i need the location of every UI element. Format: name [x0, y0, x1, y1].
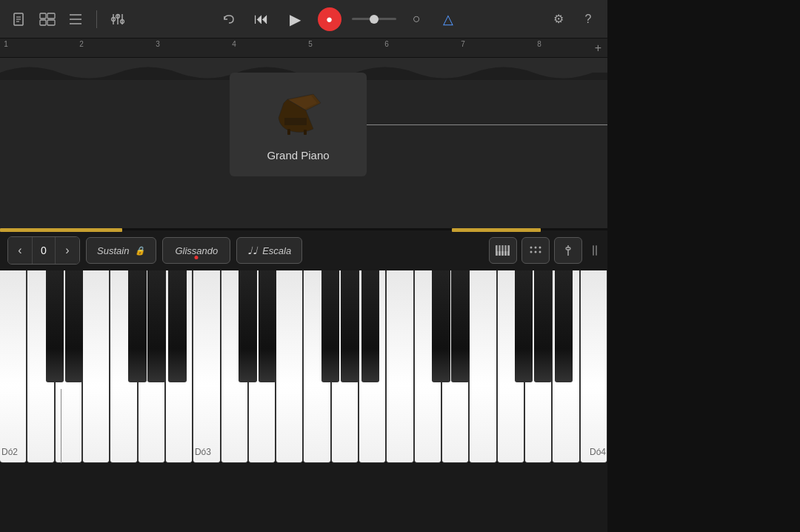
sustain-button[interactable]: Sustain 🔒: [86, 237, 156, 264]
sustain-label: Sustain: [97, 245, 129, 256]
grand-piano-label: Grand Piano: [267, 149, 329, 162]
help-icon[interactable]: ?: [578, 9, 599, 30]
svg-rect-7: [47, 20, 55, 25]
white-key-22[interactable]: [580, 270, 607, 463]
svg-point-33: [535, 251, 537, 253]
white-key-8[interactable]: [193, 270, 220, 463]
svg-point-34: [539, 251, 541, 253]
progress-left: [0, 228, 122, 232]
black-key-8[interactable]: [321, 270, 339, 382]
svg-point-29: [530, 247, 533, 249]
svg-rect-6: [40, 20, 46, 25]
keys-view-button[interactable]: [489, 237, 517, 264]
scroll-handle[interactable]: [590, 237, 600, 264]
grand-piano-block[interactable]: Grand Piano: [230, 73, 367, 176]
black-key-9[interactable]: [341, 270, 359, 382]
black-key-15[interactable]: [555, 270, 573, 382]
black-key-5[interactable]: [168, 270, 186, 382]
settings-view-button[interactable]: [554, 237, 582, 264]
ruler-label-2: 2: [79, 40, 84, 48]
track-area[interactable]: Grand Piano: [0, 58, 607, 228]
slider-thumb: [370, 15, 379, 24]
note-icon: ♩♩: [247, 245, 258, 256]
svg-rect-17: [287, 129, 290, 135]
right-icons-group: ⚙ ?: [548, 9, 599, 30]
svg-rect-37: [566, 247, 570, 250]
svg-point-32: [530, 251, 533, 253]
black-key-10[interactable]: [361, 270, 379, 382]
keyboard-controls-bar: ‹ 0 › Sustain 🔒 Glissando ♩♩ Escala: [0, 230, 607, 270]
svg-rect-27: [504, 245, 505, 251]
lock-icon: 🔒: [135, 246, 145, 256]
white-key-18[interactable]: [469, 270, 496, 463]
octave-prev-button[interactable]: ‹: [8, 237, 32, 264]
black-key-12[interactable]: [451, 270, 469, 382]
dots-view-button[interactable]: [521, 237, 550, 264]
grand-piano-image: [273, 88, 324, 143]
record-button[interactable]: ●: [318, 7, 341, 31]
white-key-11[interactable]: [276, 270, 303, 463]
mixer-icon[interactable]: [107, 9, 128, 30]
toolbar: ⏮ ▶ ● ○ △ ⚙ ?: [0, 0, 607, 39]
play-button[interactable]: ▶: [284, 7, 307, 31]
ruler-label-5: 5: [308, 40, 313, 48]
ruler-label-6: 6: [384, 40, 389, 48]
volume-icon[interactable]: ○: [407, 9, 427, 30]
black-key-6[interactable]: [239, 270, 256, 382]
octave-next-button[interactable]: ›: [56, 237, 79, 264]
black-key-11[interactable]: [432, 270, 450, 382]
view-toggle-icon[interactable]: [37, 9, 58, 30]
note-label-do4: Dó4: [590, 447, 606, 457]
svg-rect-28: [507, 245, 508, 251]
progress-right: [452, 228, 541, 232]
octave-navigation: ‹ 0 ›: [7, 236, 80, 265]
list-icon[interactable]: [65, 9, 86, 30]
transport-group: ⏮ ▶ ● ○ △: [136, 7, 541, 31]
ruler-label-7: 7: [461, 40, 465, 48]
black-key-1[interactable]: [46, 270, 64, 382]
glissando-dot: [195, 256, 199, 259]
white-key-1[interactable]: [0, 270, 27, 463]
timeline-line: [367, 124, 607, 125]
note-label-do2: Dó2: [1, 447, 18, 457]
black-key-3[interactable]: [128, 270, 146, 382]
ruler-label-1: 1: [4, 40, 8, 48]
undo-icon[interactable]: [219, 9, 239, 30]
svg-point-31: [539, 247, 541, 249]
black-key-7[interactable]: [259, 270, 276, 382]
app-container: ⏮ ▶ ● ○ △ ⚙ ? 1 2 3 4: [0, 0, 800, 532]
timeline-ruler[interactable]: 1 2 3 4 5 6 7 8 +: [0, 39, 607, 58]
white-key-15[interactable]: [386, 270, 413, 463]
svg-point-30: [535, 247, 537, 249]
main-column: ⏮ ▶ ● ○ △ ⚙ ? 1 2 3 4: [0, 0, 607, 532]
ruler-label-3: 3: [156, 40, 160, 48]
svg-rect-5: [47, 13, 55, 19]
toolbar-separator-1: [96, 10, 97, 28]
svg-rect-18: [304, 130, 307, 135]
svg-rect-26: [501, 245, 502, 251]
black-key-13[interactable]: [515, 270, 533, 382]
piano-cursor-line: [61, 389, 61, 463]
white-key-4[interactable]: [82, 270, 110, 463]
scala-button[interactable]: ♩♩ Escala: [236, 237, 302, 264]
ruler-content: 1 2 3 4 5 6 7 8: [0, 39, 607, 57]
glissando-label: Glissando: [175, 245, 218, 256]
controls-separator: [0, 228, 607, 230]
rewind-button[interactable]: ⏮: [250, 7, 273, 31]
piano-keyboard[interactable]: Dó2 Dó3 Dó4: [0, 270, 607, 463]
black-key-2[interactable]: [65, 270, 83, 382]
slider-track: [352, 18, 396, 20]
black-key-4[interactable]: [147, 270, 165, 382]
glissando-button[interactable]: Glissando: [162, 237, 230, 264]
master-icon[interactable]: △: [438, 9, 459, 30]
octave-number: 0: [32, 237, 56, 264]
add-track-button[interactable]: +: [595, 41, 601, 55]
svg-rect-25: [498, 245, 499, 251]
volume-slider[interactable]: [352, 18, 396, 20]
scala-label: Escala: [262, 245, 291, 256]
new-document-icon[interactable]: [9, 9, 30, 30]
note-label-do3: Dó3: [195, 447, 211, 457]
right-panel: [607, 0, 800, 532]
black-key-14[interactable]: [534, 270, 552, 382]
settings-icon[interactable]: ⚙: [548, 9, 569, 30]
